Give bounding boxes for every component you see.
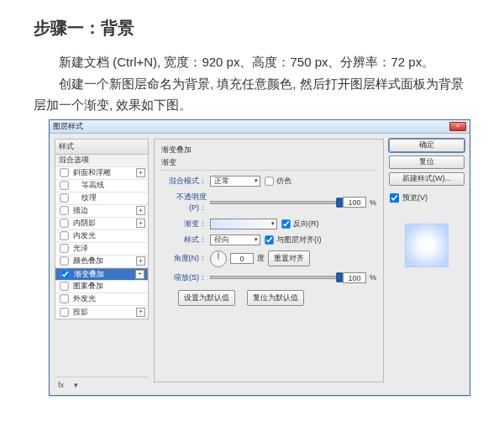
styles-panel: 样式 混合选项斜面和浮雕+等高线纹理描边+内阴影+内发光光泽颜色叠加+渐变叠加+… — [55, 139, 149, 390]
opacity-label: 不透明度(P)： — [161, 192, 207, 214]
cancel-button[interactable]: 复位 — [389, 156, 465, 169]
style-item[interactable]: 纹理 — [55, 192, 148, 205]
style-item-label: 图案叠加 — [73, 281, 145, 292]
scale-unit: % — [370, 273, 376, 282]
section-sublabel: 渐变 — [161, 157, 376, 168]
style-item-label: 斜面和浮雕 — [73, 167, 136, 178]
angle-label: 角度(N)： — [161, 253, 207, 264]
blend-mode-label: 混合模式： — [161, 176, 207, 187]
dialog-title: 图层样式 — [53, 121, 83, 132]
plus-icon[interactable]: + — [136, 168, 145, 177]
plus-icon[interactable]: + — [136, 206, 145, 215]
scale-slider[interactable] — [210, 272, 339, 282]
style-item[interactable]: 内阴影+ — [55, 218, 148, 230]
chevron-down-icon: ▾ — [255, 236, 258, 243]
style-item[interactable]: 颜色叠加+ — [55, 256, 148, 268]
style-item[interactable]: 图案叠加 — [55, 281, 148, 293]
step-paragraph-2: 创建一个新图层命名为背景, 填充任意颜色, 然后打开图层样式面板为背景层加一个渐… — [34, 73, 470, 116]
plus-icon[interactable]: + — [135, 270, 144, 279]
reset-align-button[interactable]: 重置对齐 — [268, 250, 310, 266]
step-heading: 步骤一：背景 — [34, 17, 470, 40]
new-style-button[interactable]: 新建样式(W)... — [389, 172, 465, 186]
opacity-value[interactable]: 100 — [343, 197, 366, 208]
style-item-label: 等高线 — [73, 180, 145, 191]
style-item[interactable]: 描边+ — [55, 205, 148, 218]
blend-mode-select[interactable]: 正常 ▾ — [210, 176, 260, 187]
section-title: 渐变叠加 — [161, 145, 376, 156]
plus-icon[interactable]: + — [136, 308, 145, 317]
style-item[interactable]: 渐变叠加+ — [55, 268, 148, 281]
fx-bar: fx ▾ — [55, 377, 149, 390]
style-item-label: 外发光 — [73, 293, 145, 304]
opacity-unit: % — [370, 198, 376, 207]
style-item-label: 颜色叠加 — [73, 256, 136, 266]
action-panel: 确定 复位 新建样式(W)... 预览(V) — [389, 139, 465, 267]
style-item-label: 混合选项 — [59, 155, 145, 166]
angle-unit: 度 — [257, 253, 265, 264]
gradient-label: 渐变： — [161, 219, 207, 229]
close-button[interactable]: × — [449, 122, 466, 131]
style-label: 样式： — [161, 235, 207, 245]
styles-list: 混合选项斜面和浮雕+等高线纹理描边+内阴影+内发光光泽颜色叠加+渐变叠加+图案叠… — [55, 155, 149, 319]
style-item-label: 内阴影 — [73, 218, 136, 229]
fx-label[interactable]: fx — [55, 380, 67, 390]
opacity-slider[interactable] — [210, 198, 339, 208]
ok-button[interactable]: 确定 — [389, 139, 465, 152]
step-paragraph-1: 新建文档 (Ctrl+N), 宽度：920 px、高度：750 px、分辨率：7… — [34, 51, 470, 73]
style-item-label: 投影 — [73, 307, 136, 318]
style-item[interactable]: 混合选项 — [55, 155, 148, 167]
style-item-label: 渐变叠加 — [74, 269, 135, 280]
reset-default-button[interactable]: 复位为默认值 — [247, 290, 304, 306]
chevron-down-icon: ▾ — [271, 220, 275, 227]
style-item[interactable]: 投影+ — [55, 306, 148, 319]
gradient-overlay-panel: 渐变叠加 渐变 混合模式： 正常 ▾ 仿色 不透明度(P)： 10 — [154, 139, 384, 382]
gradient-swatch[interactable]: ▾ — [210, 219, 277, 229]
style-item[interactable]: 内发光 — [55, 230, 148, 243]
angle-value[interactable]: 0 — [230, 253, 254, 264]
preview-checkbox[interactable]: 预览(V) — [389, 192, 465, 203]
style-item[interactable]: 外发光 — [55, 293, 148, 306]
plus-icon[interactable]: + — [136, 256, 145, 266]
titlebar[interactable]: 图层样式 × — [50, 120, 470, 134]
style-item-label: 内发光 — [73, 230, 145, 241]
preview-swatch — [405, 224, 449, 267]
style-item[interactable]: 光泽 — [55, 243, 148, 256]
reverse-checkbox[interactable]: 反向(R) — [281, 219, 319, 229]
style-item[interactable]: 等高线 — [55, 180, 148, 192]
dither-checkbox[interactable]: 仿色 — [264, 176, 291, 187]
scale-value[interactable]: 100 — [343, 272, 366, 283]
style-item[interactable]: 斜面和浮雕+ — [55, 167, 148, 180]
fx-arrow-icon[interactable]: ▾ — [71, 380, 81, 390]
make-default-button[interactable]: 设置为默认值 — [178, 290, 235, 306]
style-item-label: 描边 — [73, 205, 136, 216]
style-item-label: 光泽 — [73, 243, 145, 254]
styles-header: 样式 — [55, 139, 149, 155]
chevron-down-icon: ▾ — [255, 177, 258, 184]
align-layer-checkbox[interactable]: 与图层对齐(I) — [264, 235, 322, 245]
style-item-label: 纹理 — [73, 192, 145, 203]
style-select[interactable]: 径向 ▾ — [210, 235, 260, 245]
angle-dial[interactable] — [210, 250, 227, 267]
plus-icon[interactable]: + — [136, 219, 145, 228]
layer-style-dialog: 图层样式 × 样式 混合选项斜面和浮雕+等高线纹理描边+内阴影+内发光光泽颜色叠… — [49, 119, 470, 396]
scale-label: 缩放(S)： — [161, 272, 207, 283]
